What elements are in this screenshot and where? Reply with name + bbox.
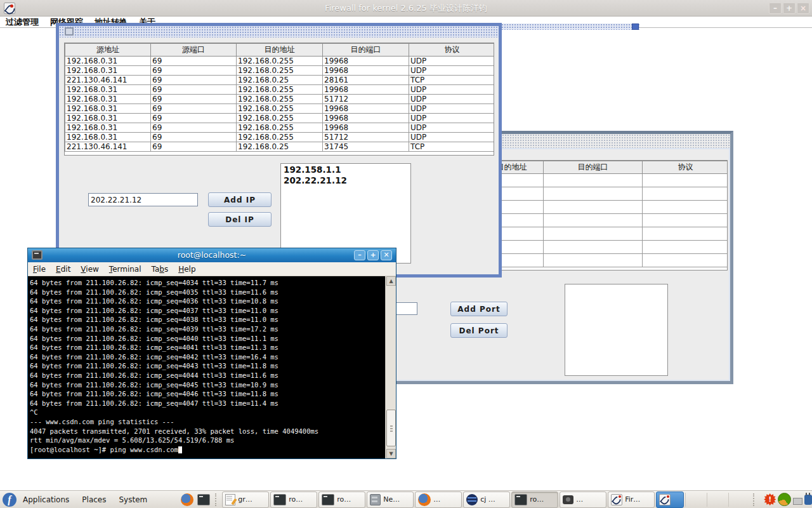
table-row[interactable] [480,241,728,254]
terminal-minimize-button[interactable]: – [354,250,365,260]
table-row[interactable]: 192.168.0.3169192.168.0.25519968UDP [65,123,495,133]
java-app-icon [611,494,622,505]
table-cell: 51712 [323,133,409,142]
terminal-output[interactable]: 64 bytes from 211.100.26.82: icmp_seq=40… [28,276,385,458]
port-list[interactable] [565,284,668,376]
table-row[interactable] [480,174,728,187]
table-row[interactable]: 192.168.0.3169192.168.0.25551712UDP [65,95,495,104]
table-row[interactable] [480,214,728,227]
terminal-line: ^C [30,408,385,417]
table-row[interactable]: 221.130.46.14169192.168.0.2531745TCP [65,142,495,152]
task-button[interactable]: Ne… [367,491,414,508]
power-plug-icon[interactable] [804,495,812,505]
port-table[interactable]: 目的地址目的端口协议 [480,161,728,267]
terminal-scrollbar[interactable]: ▲ ▼ [385,276,396,458]
camera-icon [563,495,573,504]
trace-table[interactable]: 源地址源端口目的地址目的端口协议 192.168.0.3169192.168.0… [65,43,494,152]
trace-frame-titlebar[interactable] [59,26,499,37]
app-menu-item-0[interactable]: 过滤管理 [0,17,44,28]
table-row[interactable] [480,227,728,241]
trace-table-header: 目的地址 [237,44,323,57]
system-menu[interactable]: System [112,495,154,504]
table-row[interactable]: 192.168.0.3169192.168.0.25551712UDP [65,133,495,142]
table-row[interactable]: 192.168.0.3169192.168.0.25519968UDP [65,114,495,123]
table-cell: 69 [151,104,237,114]
desktop-screen: Firewall for kernel 2.6.25 毕业设计陈洋钧 – + ×… [0,0,812,508]
terminal-maximize-button[interactable]: + [367,250,379,260]
places-menu[interactable]: Places [75,495,112,504]
terminal-menu-terminal[interactable]: Terminal [104,265,147,274]
task-button[interactable]: ro… [318,491,365,508]
terminal-icon [273,494,286,505]
list-item[interactable]: 202.22.21.12 [284,175,410,186]
table-row[interactable]: 192.168.0.3169192.168.0.25519968UDP [65,57,495,66]
table-row[interactable]: 192.168.0.3169192.168.0.25519968UDP [65,66,495,76]
del-ip-button[interactable]: Del IP [208,212,272,227]
minimize-button[interactable]: – [769,3,782,14]
terminal-line: 64 bytes from 211.100.26.82: icmp_seq=40… [30,334,385,344]
panel-handle[interactable] [215,493,219,506]
tray-handle[interactable] [753,493,757,506]
close-button[interactable]: × [797,3,809,14]
list-item[interactable]: 192.158.1.1 [284,164,410,175]
task-button[interactable]: cj … [463,491,510,508]
table-cell [643,254,728,267]
terminal-menu-tabs[interactable]: Tabs [147,265,174,274]
port-table-container: 目的地址目的端口协议 [479,160,728,271]
app-titlebar[interactable]: Firewall for kernel 2.6.25 毕业设计陈洋钧 – + × [0,0,812,17]
table-cell: 19968 [323,66,409,76]
table-cell: UDP [409,123,495,133]
terminal-icon [322,494,334,505]
ip-input[interactable] [88,193,198,206]
terminal-menubar: FileEditViewTerminalTabsHelp [28,262,396,276]
terminal-menu-help[interactable]: Help [173,265,200,274]
task-label: ro… [337,495,351,504]
terminal-launcher-icon[interactable] [197,494,210,505]
add-ip-button[interactable]: Add IP [208,192,272,207]
terminal-titlebar[interactable]: root@localhost:~ – + ✕ [28,248,396,262]
table-row[interactable]: 221.130.46.14169192.168.0.2528161TCP [65,76,495,85]
terminal-line: 64 bytes from 211.100.26.82: icmp_seq=40… [30,288,385,297]
terminal-menu-file[interactable]: File [28,265,51,274]
table-row[interactable]: 192.168.0.3169192.168.0.25519968UDP [65,104,495,114]
task-button[interactable]: gr… [222,491,269,508]
scroll-up-icon[interactable]: ▲ [386,276,396,286]
table-cell: UDP [409,66,495,76]
task-button[interactable]: … [415,491,462,508]
task-label: gr… [238,495,252,504]
table-row[interactable]: 192.168.0.3169192.168.0.25519968UDP [65,85,495,95]
task-button[interactable] [656,491,684,508]
fedora-menu-icon[interactable]: f [3,493,16,507]
table-cell: 221.130.46.141 [65,142,151,152]
update-alert-icon[interactable]: ! [764,493,776,505]
table-cell [643,214,728,227]
terminal-line: 64 bytes from 211.100.26.82: icmp_seq=40… [30,380,385,390]
terminal-menu-edit[interactable]: Edit [51,265,75,274]
firefox-launcher-icon[interactable] [181,493,193,506]
task-label: ro… [530,495,544,504]
maximize-button[interactable]: + [783,3,796,14]
table-cell: UDP [409,57,495,66]
terminal-line: rtt min/avg/max/mdev = 5.608/13.625/54.5… [30,436,385,445]
add-port-button[interactable]: Add Port [450,302,508,316]
del-port-button[interactable]: Del Port [450,323,508,338]
applications-menu[interactable]: Applications [16,495,75,504]
table-cell: 192.168.0.255 [237,133,323,142]
terminal-menu-view[interactable]: View [75,265,103,274]
scroll-down-icon[interactable]: ▼ [386,449,396,458]
table-row[interactable] [480,201,728,214]
terminal-close-button[interactable]: ✕ [381,250,392,260]
task-button[interactable]: … [560,491,606,508]
table-cell: 69 [151,123,237,133]
table-row[interactable] [480,187,728,201]
scrollbar-thumb[interactable] [386,410,396,446]
task-label: cj … [480,495,495,504]
task-label: Fir… [625,495,640,504]
package-updater-icon[interactable] [778,493,791,506]
table-row[interactable] [480,254,728,267]
task-button[interactable]: Fir… [608,491,655,508]
table-cell [544,241,643,254]
task-button[interactable]: ro… [511,491,558,508]
keyboard-icon[interactable] [793,498,802,505]
task-button[interactable]: ro… [270,491,317,508]
